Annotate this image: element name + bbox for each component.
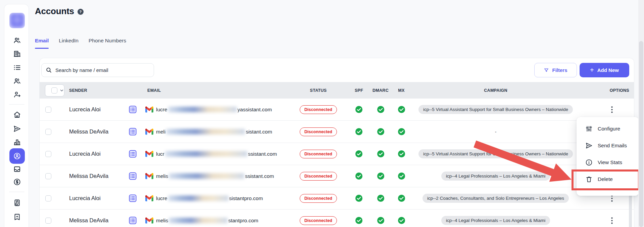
sender-name: Melissa DeAvila	[69, 217, 108, 224]
table-row: Melissa DeAvila melisssistant.com Discon…	[40, 165, 634, 187]
menu-item-view-stats[interactable]: View Stats	[577, 154, 639, 171]
mx-pass-icon	[398, 128, 405, 136]
menu-item-send-emails[interactable]: Send Emails	[577, 137, 639, 154]
account-details-icon[interactable]	[129, 194, 137, 202]
email-address: lucreyassistant.com	[156, 107, 272, 113]
status-badge: Disconnected	[300, 150, 337, 158]
menu-item-configure[interactable]: Configure	[577, 120, 639, 137]
sidebar	[4, 4, 29, 227]
column-header-mx[interactable]: MX	[391, 88, 412, 93]
options-kebab-icon[interactable]	[609, 217, 614, 224]
status-badge: Disconnected	[300, 105, 337, 114]
redacted-email-segment	[165, 151, 247, 157]
page-scrollbar[interactable]	[638, 0, 644, 227]
row-checkbox[interactable]	[45, 218, 51, 224]
column-header-sender[interactable]: SENDER	[66, 88, 126, 93]
account-details-icon[interactable]	[129, 106, 137, 113]
mx-pass-icon	[398, 150, 405, 158]
row-checkbox[interactable]	[45, 173, 51, 179]
add-new-button[interactable]: + Add New	[580, 63, 629, 77]
search-input[interactable]	[55, 67, 150, 73]
account-details-icon[interactable]	[129, 128, 137, 136]
dmarc-pass-icon	[377, 128, 385, 136]
users-icon[interactable]	[13, 36, 21, 44]
trash-icon	[585, 176, 593, 183]
status-badge: Disconnected	[300, 172, 337, 181]
dmarc-pass-icon	[377, 194, 385, 202]
menu-item-label: Send Emails	[598, 143, 627, 149]
redacted-email-segment	[168, 107, 237, 112]
spf-pass-icon	[355, 150, 363, 158]
home-icon[interactable]	[13, 111, 21, 119]
filters-button[interactable]: Filters	[534, 63, 577, 77]
list-icon[interactable]	[13, 64, 21, 72]
app-logo-blurred	[9, 13, 25, 28]
options-kebab-icon[interactable]	[609, 106, 614, 113]
account-details-icon[interactable]	[129, 150, 137, 158]
search-icon	[46, 67, 52, 73]
context-menu: ConfigureSend EmailsView StatsDelete	[577, 117, 639, 196]
help-icon[interactable]: ?	[78, 9, 84, 15]
inbox-icon[interactable]	[13, 165, 21, 173]
send-icon	[585, 142, 593, 149]
tab-phone-numbers[interactable]: Phone Numbers	[89, 38, 126, 49]
app-logo[interactable]	[9, 13, 25, 28]
column-header-dmarc[interactable]: DMARC	[370, 88, 391, 93]
toolbar: Filters + Add New	[40, 58, 634, 82]
column-header-spf[interactable]: SPF	[348, 88, 370, 93]
page-scrollbar-thumb[interactable]	[639, 41, 643, 227]
spf-pass-icon	[355, 194, 363, 202]
spf-pass-icon	[355, 217, 363, 224]
row-checkbox[interactable]	[45, 129, 51, 135]
stats-icon[interactable]	[13, 138, 21, 146]
table-body: Lucrecia Aloi lucreyassistant.com Discon…	[40, 99, 634, 227]
dmarc-pass-icon	[377, 172, 385, 180]
mx-pass-icon	[398, 217, 405, 224]
user-plus-icon[interactable]	[13, 90, 21, 99]
tab-linkedin[interactable]: LinkedIn	[59, 38, 79, 49]
column-header-options[interactable]: OPTIONS	[580, 88, 634, 93]
status-badge: Disconnected	[300, 194, 337, 203]
documents-icon[interactable]	[13, 199, 21, 207]
sender-name: Lucrecia Aloi	[69, 151, 101, 157]
email-address: melisstantpro.com	[156, 218, 258, 224]
dmarc-pass-icon	[377, 150, 385, 158]
row-checkbox[interactable]	[45, 151, 51, 157]
email-address: melisssistant.com	[156, 173, 274, 179]
column-header-status[interactable]: STATUS	[289, 88, 348, 93]
sidebar-item-accounts-active[interactable]	[9, 148, 25, 164]
select-all-control[interactable]	[45, 84, 64, 97]
email-address: lucresistantpro.com	[156, 195, 263, 201]
campaign-pill: icp--2 Coaches, Consultants, and Solo En…	[423, 194, 569, 203]
column-header-campaign[interactable]: CAMPAIGN	[412, 88, 580, 93]
menu-item-delete[interactable]: Delete	[577, 171, 639, 188]
account-details-icon[interactable]	[129, 172, 137, 180]
billing-icon[interactable]	[13, 178, 21, 186]
account-details-icon[interactable]	[129, 217, 137, 224]
tab-email[interactable]: Email	[35, 38, 49, 49]
campaign-pill: icp--4 Legal Professionals – Los Angeles…	[441, 216, 550, 225]
plus-icon: +	[590, 67, 594, 73]
gmail-icon	[145, 151, 153, 157]
row-checkbox[interactable]	[45, 195, 51, 201]
chevron-down-icon	[60, 88, 64, 92]
select-all-checkbox[interactable]	[51, 87, 57, 93]
filter-funnel-icon	[544, 68, 549, 73]
accounts-icon	[13, 152, 21, 160]
mx-pass-icon	[398, 172, 405, 180]
spf-pass-icon	[355, 172, 363, 180]
search-box[interactable]	[41, 63, 154, 77]
row-checkbox[interactable]	[45, 107, 51, 113]
dmarc-pass-icon	[377, 217, 385, 224]
campaign-pill: icp--5 Virtual Assistant Support for Sma…	[418, 105, 573, 114]
spf-pass-icon	[355, 106, 363, 113]
sidebar-divider	[9, 192, 24, 192]
tabs: EmailLinkedInPhone Numbers	[35, 38, 126, 49]
column-header-email[interactable]: EMAIL	[126, 88, 289, 93]
menu-item-label: Delete	[598, 176, 613, 182]
send-icon[interactable]	[13, 125, 21, 133]
team-icon[interactable]	[13, 77, 21, 85]
saved-badge-icon[interactable]	[13, 213, 21, 221]
company-icon[interactable]	[13, 50, 21, 58]
gmail-icon	[145, 173, 153, 179]
